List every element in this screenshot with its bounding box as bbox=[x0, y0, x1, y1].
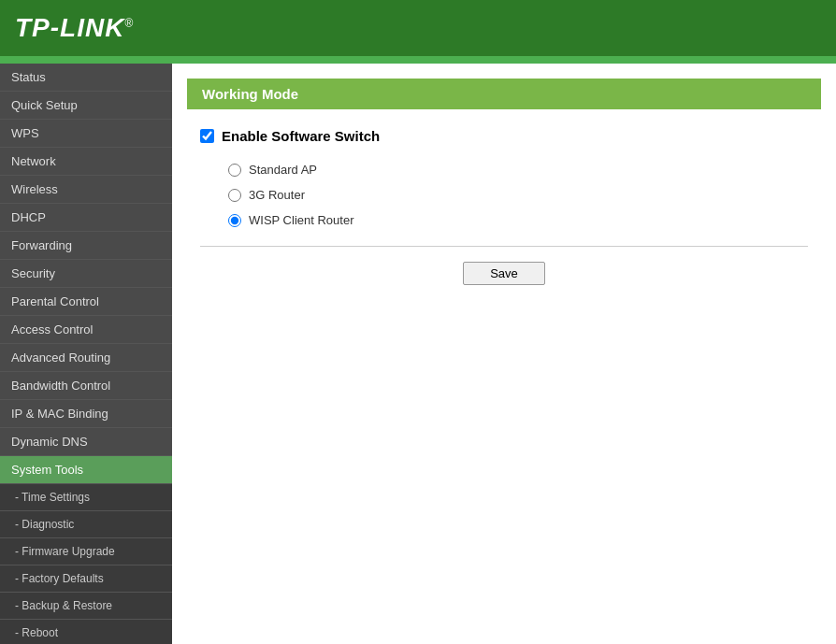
sidebar-item-security[interactable]: Security bbox=[0, 260, 172, 288]
logo-reg: ® bbox=[124, 17, 134, 30]
enable-software-switch-checkbox[interactable] bbox=[200, 129, 214, 143]
sidebar-item-status[interactable]: Status bbox=[0, 64, 172, 92]
sidebar-item-access-control[interactable]: Access Control bbox=[0, 316, 172, 344]
page-title-bar: Working Mode bbox=[187, 79, 821, 109]
sidebar-item-time-settings[interactable]: - Time Settings bbox=[0, 484, 172, 511]
radio-label-standard-ap: Standard AP bbox=[249, 163, 317, 177]
page-title: Working Mode bbox=[202, 86, 298, 102]
radio-wisp-client-router[interactable] bbox=[228, 214, 241, 227]
sidebar-item-reboot[interactable]: - Reboot bbox=[0, 620, 172, 644]
sidebar-item-factory-defaults[interactable]: - Factory Defaults bbox=[0, 565, 172, 593]
content-area: Enable Software Switch Standard AP3G Rou… bbox=[172, 109, 836, 304]
logo: TP-LINK® bbox=[15, 13, 134, 43]
sidebar: StatusQuick SetupWPSNetworkWirelessDHCPF… bbox=[0, 64, 172, 644]
radio-item-standard-ap: Standard AP bbox=[228, 163, 808, 177]
sidebar-item-quick-setup[interactable]: Quick Setup bbox=[0, 92, 172, 120]
enable-software-switch-label: Enable Software Switch bbox=[222, 128, 380, 144]
sidebar-item-system-tools[interactable]: System Tools bbox=[0, 456, 172, 484]
save-button[interactable]: Save bbox=[463, 262, 545, 285]
sidebar-item-diagnostic[interactable]: - Diagnostic bbox=[0, 511, 172, 538]
main-content: Working Mode Enable Software Switch Stan… bbox=[172, 64, 836, 644]
radio-3g-router[interactable] bbox=[228, 189, 241, 202]
subheader-stripe bbox=[0, 56, 836, 64]
radio-item-3g-router: 3G Router bbox=[228, 188, 808, 202]
sidebar-item-network[interactable]: Network bbox=[0, 148, 172, 176]
header: TP-LINK® bbox=[0, 0, 836, 56]
sidebar-item-wireless[interactable]: Wireless bbox=[0, 176, 172, 204]
radio-label-3g-router: 3G Router bbox=[249, 188, 305, 202]
radio-label-wisp-client-router: WISP Client Router bbox=[249, 213, 353, 227]
sidebar-item-dynamic-dns[interactable]: Dynamic DNS bbox=[0, 428, 172, 456]
sidebar-item-ip-mac-binding[interactable]: IP & MAC Binding bbox=[0, 400, 172, 428]
sidebar-item-wps[interactable]: WPS bbox=[0, 120, 172, 148]
sidebar-item-dhcp[interactable]: DHCP bbox=[0, 204, 172, 232]
sidebar-item-backup-restore[interactable]: - Backup & Restore bbox=[0, 593, 172, 620]
radio-group: Standard AP3G RouterWISP Client Router bbox=[228, 163, 808, 227]
sidebar-item-forwarding[interactable]: Forwarding bbox=[0, 232, 172, 260]
enable-row: Enable Software Switch bbox=[200, 128, 808, 144]
sidebar-item-parental-control[interactable]: Parental Control bbox=[0, 288, 172, 316]
sidebar-item-bandwidth-control[interactable]: Bandwidth Control bbox=[0, 372, 172, 400]
layout: StatusQuick SetupWPSNetworkWirelessDHCPF… bbox=[0, 64, 836, 644]
radio-item-wisp-client-router: WISP Client Router bbox=[228, 213, 808, 227]
divider bbox=[200, 246, 808, 247]
save-row: Save bbox=[200, 262, 808, 285]
sidebar-item-firmware-upgrade[interactable]: - Firmware Upgrade bbox=[0, 538, 172, 565]
radio-standard-ap[interactable] bbox=[228, 164, 241, 177]
sidebar-item-advanced-routing[interactable]: Advanced Routing bbox=[0, 344, 172, 372]
